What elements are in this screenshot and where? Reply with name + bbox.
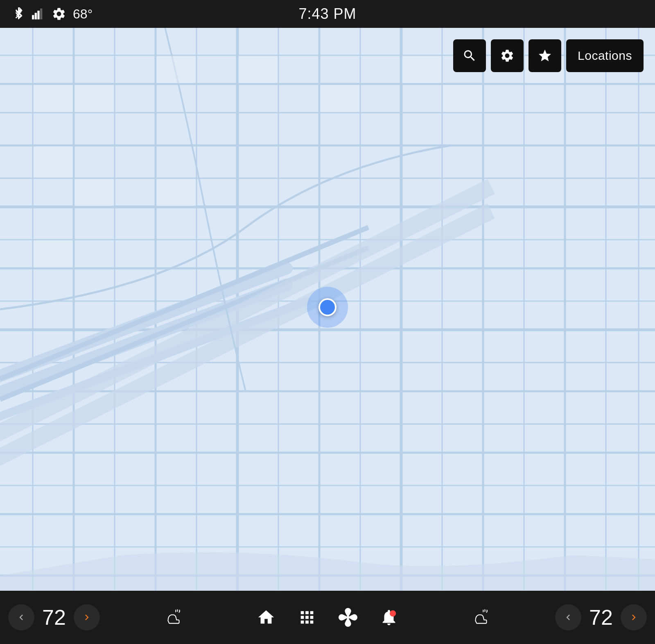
status-bar: 68° 7:43 PM bbox=[0, 0, 655, 28]
location-dot-inner bbox=[318, 298, 337, 316]
map-container[interactable]: Locations bbox=[0, 28, 655, 591]
svg-rect-51 bbox=[320, 85, 359, 112]
svg-rect-56 bbox=[75, 179, 114, 206]
map-controls: Locations bbox=[453, 39, 644, 72]
svg-rect-2 bbox=[37, 11, 39, 19]
svg-point-58 bbox=[346, 616, 350, 619]
right-temp-increase-button[interactable] bbox=[621, 604, 647, 630]
svg-point-59 bbox=[390, 610, 396, 617]
locations-label: Locations bbox=[578, 49, 632, 63]
left-temp-decrease-button[interactable] bbox=[8, 604, 34, 630]
favorites-button[interactable] bbox=[529, 39, 561, 72]
apps-button[interactable] bbox=[289, 599, 325, 636]
svg-rect-50 bbox=[238, 56, 278, 83]
seat-heat-right-button[interactable] bbox=[463, 599, 500, 636]
right-temp-section: 72 bbox=[555, 604, 647, 630]
left-temp-increase-button[interactable] bbox=[74, 604, 100, 630]
bluetooth-icon bbox=[12, 7, 25, 20]
svg-rect-52 bbox=[402, 56, 441, 83]
svg-rect-48 bbox=[75, 85, 114, 112]
temperature-display: 68° bbox=[73, 7, 93, 22]
svg-rect-47 bbox=[34, 146, 73, 177]
left-temperature: 72 bbox=[38, 605, 70, 630]
seat-heat-left-button[interactable] bbox=[156, 599, 192, 636]
svg-rect-46 bbox=[34, 85, 73, 112]
time-display: 7:43 PM bbox=[135, 5, 520, 23]
svg-rect-57 bbox=[156, 179, 196, 206]
location-dot bbox=[307, 287, 348, 328]
svg-rect-1 bbox=[35, 13, 37, 19]
left-temp-section: 72 bbox=[8, 604, 100, 630]
status-left: 68° bbox=[12, 7, 135, 22]
fan-button[interactable] bbox=[330, 599, 366, 636]
notification-button[interactable] bbox=[370, 599, 407, 636]
location-dot-outer bbox=[307, 287, 348, 328]
right-temperature: 72 bbox=[585, 605, 617, 630]
svg-rect-55 bbox=[34, 240, 73, 268]
settings-status-icon bbox=[52, 7, 66, 21]
svg-rect-3 bbox=[40, 9, 42, 20]
svg-rect-49 bbox=[156, 56, 196, 83]
signal-icon bbox=[32, 8, 45, 20]
home-button[interactable] bbox=[248, 599, 285, 636]
map-settings-button[interactable] bbox=[491, 39, 524, 72]
svg-rect-53 bbox=[443, 85, 482, 112]
locations-button[interactable]: Locations bbox=[566, 39, 644, 72]
bottom-nav bbox=[248, 599, 407, 636]
svg-rect-0 bbox=[32, 15, 34, 20]
search-button[interactable] bbox=[453, 39, 486, 72]
bottom-bar: 72 bbox=[0, 591, 655, 644]
right-temp-decrease-button[interactable] bbox=[555, 604, 581, 630]
